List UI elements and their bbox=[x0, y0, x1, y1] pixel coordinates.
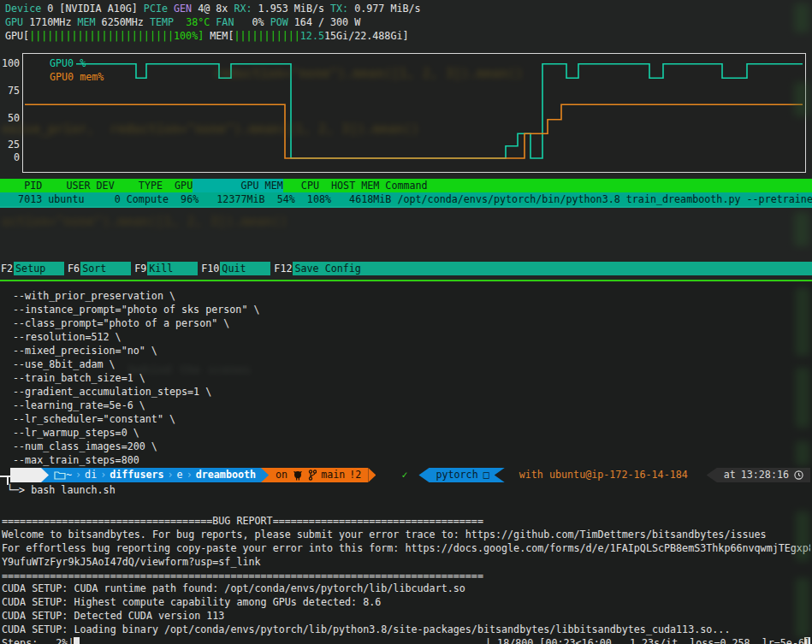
terminal-text-line: --instance_prompt="photo of sks person" … bbox=[13, 303, 260, 316]
time-at-label: at bbox=[724, 468, 736, 482]
table-bottom-border bbox=[0, 206, 812, 208]
background-bleed-blob bbox=[796, 287, 809, 356]
progress-left: Steps: 2%| bbox=[2, 636, 80, 644]
shell-prompt: ~›di›diffusers›e›dreambooth on main !2 ✓… bbox=[10, 468, 810, 482]
gpu-device-line: Device 0 [NVIDIA A10G] PCIe GEN 4@ 8x RX… bbox=[5, 2, 421, 15]
legend-gpu-util: GPU0 % bbox=[50, 56, 86, 70]
path-dir3: e bbox=[177, 468, 183, 482]
terminal-cursor: ] bbox=[804, 637, 810, 644]
nvitop-panel: Device 0 [NVIDIA A10G] PCIe GEN 4@ 8x RX… bbox=[0, 0, 812, 282]
terminal-text-line: Welcome to bitsandbytes. For bug reports… bbox=[2, 528, 810, 541]
terminal-text-line: Y9ufuWTzFyr9kJ5AoI47dQ/viewform?usp=sf_l… bbox=[2, 555, 810, 569]
prompt-host-segment: with ubuntu@ip-172-16-14-184 bbox=[519, 468, 688, 482]
fkey-quit[interactable]: F10Quit bbox=[200, 262, 270, 275]
terminal-text-line: CUDA SETUP: Loading binary /opt/conda/en… bbox=[2, 623, 810, 636]
python-icon: □ bbox=[483, 468, 489, 482]
command-input-line[interactable]: └─> bash launch.sh bbox=[7, 483, 116, 497]
terminal-text-line: --lr_warmup_steps=0 \ bbox=[13, 426, 260, 440]
terminal-text-line: CUDA SETUP: Highest compute capability a… bbox=[2, 595, 810, 609]
path-separator: › bbox=[183, 468, 196, 482]
y-tick-label: 75 bbox=[0, 84, 20, 97]
prompt-arrow: └─> bbox=[7, 484, 25, 496]
terminal-text-line: --gradient_accumulation_steps=1 \ bbox=[13, 385, 260, 399]
background-bleed-blob bbox=[794, 3, 809, 32]
fkey-setup[interactable]: F2Setup bbox=[0, 262, 64, 275]
prompt-git-segment: on main !2 bbox=[269, 468, 368, 482]
training-log: ===================================BUG R… bbox=[2, 514, 810, 636]
y-tick-label: 100 bbox=[0, 56, 20, 70]
header-cols-left: PID USER DEV TYPE GPU bbox=[0, 179, 193, 192]
terminal-text-line: ===================================BUG R… bbox=[2, 514, 810, 528]
background-bleed-blob bbox=[796, 511, 809, 561]
path-separator: › bbox=[72, 468, 85, 482]
typed-command: bash launch.sh bbox=[31, 484, 116, 496]
y-tick-label: 0 bbox=[0, 151, 20, 164]
github-octocat-icon bbox=[292, 470, 304, 481]
fkey-kill[interactable]: F9Kill bbox=[133, 262, 198, 275]
prompt-path-segment: ~›di›diffusers›e›dreambooth bbox=[49, 468, 261, 482]
time-value: 13:28:16 bbox=[741, 468, 789, 482]
terminal-text-line: --mixed_precision="no" \ bbox=[13, 344, 260, 357]
path-dir1: di bbox=[85, 468, 97, 482]
gpu-clock-line: GPU 1710MHz MEM 6250MHz TEMP 38°C FAN 0%… bbox=[5, 15, 360, 29]
git-dirty-count: !2 bbox=[349, 468, 361, 482]
background-bleed-text: uction="none").mean([1, 2, 3]).mean() bbox=[2, 215, 287, 228]
fkey-save-config[interactable]: F12Save Config bbox=[273, 262, 812, 275]
folder-icon bbox=[54, 470, 66, 480]
function-key-bar: F2SetupF6SortF9KillF10QuitF12Save Config bbox=[0, 262, 812, 275]
background-bleed-blob bbox=[796, 441, 809, 465]
path-dir4: dreambooth bbox=[196, 468, 256, 482]
terminal-window[interactable]: Device 0 [NVIDIA A10G] PCIe GEN 4@ 8x RX… bbox=[0, 0, 812, 644]
header-cols-right: CPU HOST MEM Command bbox=[283, 179, 812, 192]
git-on-label: on bbox=[276, 468, 287, 482]
terminal-text-line: For effortless bug reporting copy-paste … bbox=[2, 541, 810, 555]
background-bleed-blob bbox=[794, 212, 809, 246]
powerline-arrow-icon bbox=[41, 468, 49, 482]
path-dir2: diffusers bbox=[110, 468, 163, 482]
background-bleed-blob bbox=[794, 82, 809, 116]
legend-gpu-mem: GPU0 mem% bbox=[50, 70, 104, 84]
launch-script-args: --with_prior_preservation \--instance_pr… bbox=[13, 289, 260, 467]
y-tick-label: 25 bbox=[0, 138, 20, 151]
terminal-text-line: --lr_scheduler="constant" \ bbox=[13, 412, 260, 426]
terminal-text-line: --learning_rate=5e-6 \ bbox=[13, 399, 260, 412]
training-progress-line: Steps: 2%| | 18/800 [00:23<16:00, 1.23s/… bbox=[2, 636, 810, 644]
path-separator: › bbox=[97, 468, 110, 482]
progress-right: | 18/800 [00:23<16:00, 1.23s/it, loss=0.… bbox=[485, 636, 810, 644]
terminal-text-line: --num_class_images=200 \ bbox=[13, 440, 260, 453]
pane-separator-line bbox=[0, 280, 812, 281]
background-bleed-blob bbox=[796, 578, 809, 638]
host-with-label: with bbox=[519, 469, 543, 481]
process-table-header: PID USER DEV TYPE GPU GPU MEM CPU HOST M… bbox=[0, 179, 812, 192]
fkey-sort[interactable]: F6Sort bbox=[67, 262, 131, 275]
background-bleed-text: behind the scenes bbox=[128, 363, 251, 376]
powerline-arrow-icon bbox=[261, 468, 269, 482]
background-bleed-blob bbox=[796, 368, 809, 428]
prompt-time-segment: at 13:28:16 bbox=[707, 468, 810, 482]
path-separator: › bbox=[164, 468, 177, 482]
clock-icon bbox=[794, 470, 803, 480]
progress-bar-cell bbox=[74, 637, 80, 644]
process-row[interactable]: 7013 ubuntu 0 Compute 96% 12377MiB 54% 1… bbox=[0, 192, 812, 206]
exit-status-check-icon: ✓ bbox=[401, 468, 407, 482]
background-bleed-text: reduction="none").mean([1, 2, 3]).mean() bbox=[214, 67, 523, 80]
prompt-conda-env-segment: pytorch □ bbox=[418, 468, 504, 482]
terminal-text-line: ========================================… bbox=[2, 569, 810, 582]
terminal-text-line: --resolution=512 \ bbox=[13, 330, 260, 344]
path-home: ~ bbox=[66, 468, 72, 482]
terminal-text-line: CUDA SETUP: CUDA runtime path found: /op… bbox=[2, 582, 810, 595]
terminal-text-line: --with_prior_preservation \ bbox=[13, 289, 260, 303]
terminal-text-line: CUDA SETUP: Detected CUDA version 113 bbox=[2, 609, 810, 623]
host-address: ubuntu@ip-172-16-14-184 bbox=[549, 469, 688, 481]
header-sort-column[interactable]: GPU MEM bbox=[193, 179, 283, 192]
git-branch-icon bbox=[308, 470, 317, 481]
gpu-usage-bars: GPU[||||||||||||||||||||||||100%] MEM[||… bbox=[5, 29, 409, 43]
powerline-arrow-icon bbox=[368, 468, 376, 482]
conda-env-name: pytorch bbox=[436, 468, 477, 482]
terminal-text-line: --max_train_steps=800 bbox=[13, 453, 260, 467]
prompt-os-segment bbox=[10, 468, 41, 482]
git-branch-name: main bbox=[321, 468, 345, 482]
background-bleed-text: noise_prior, reduction="none").mean([1, … bbox=[2, 122, 419, 136]
terminal-text-line: --class_prompt="photo of a person" \ bbox=[13, 316, 260, 330]
